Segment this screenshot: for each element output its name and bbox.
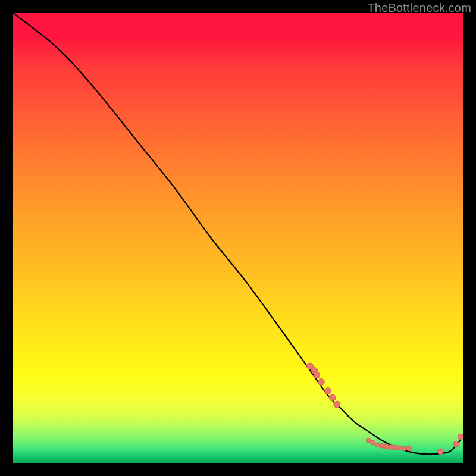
scatter-dot: [329, 394, 336, 401]
scatter-dot: [406, 446, 411, 451]
scatter-dot: [334, 401, 340, 408]
chart-stage: TheBottleneck.com: [0, 0, 476, 476]
scatter-dot: [384, 444, 389, 449]
scatter-dot: [437, 449, 443, 455]
scatter-dot: [318, 378, 324, 385]
scatter-dot: [453, 441, 459, 447]
scatter-dot: [314, 372, 320, 378]
scatter-dot: [366, 438, 371, 443]
scatter-dot: [458, 434, 463, 440]
scatter-dot: [393, 445, 398, 450]
scatter-dot: [397, 446, 402, 450]
scatter-dot: [375, 443, 380, 447]
bottleneck-curve: [13, 13, 463, 454]
scatter-dots: [306, 363, 463, 455]
chart-overlay: [13, 13, 463, 463]
scatter-dot: [325, 388, 331, 394]
scatter-dot: [389, 445, 393, 450]
scatter-dot: [402, 446, 407, 451]
scatter-dot: [371, 440, 375, 445]
plot-area: [13, 13, 463, 463]
scatter-dot: [380, 443, 384, 448]
